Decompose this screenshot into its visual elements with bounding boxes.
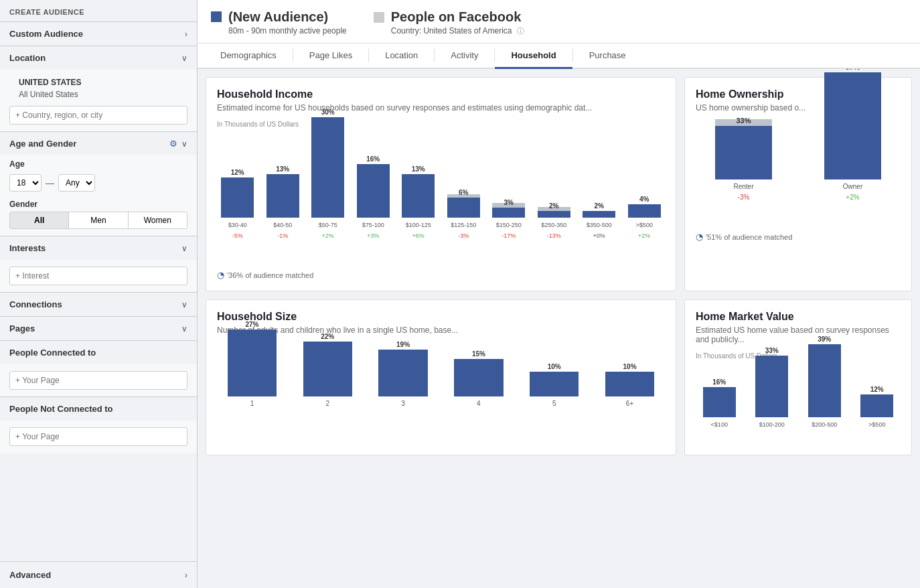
sidebar-title: CREATE AUDIENCE: [0, 0, 197, 21]
bar-diff-label: +3%: [353, 232, 394, 239]
bar-axis-label: $40-50: [262, 222, 304, 228]
gender-all-button[interactable]: All: [10, 212, 69, 228]
new-audience-name: (New Audience): [228, 9, 347, 25]
gender-women-button[interactable]: Women: [129, 212, 187, 228]
new-audience-sub: 80m - 90m monthly active people: [228, 26, 347, 35]
bar-pct-label: 3%: [488, 199, 530, 206]
size-pct-label: 19%: [368, 341, 439, 348]
sidebar-section-interests: Interests ∨: [0, 236, 197, 292]
household-size-card: Household Size Number of adults and chil…: [206, 299, 676, 455]
new-audience-icon: [211, 11, 222, 22]
chevron-down-icon3: ∨: [181, 244, 187, 253]
location-input[interactable]: [9, 106, 187, 125]
tab-activity[interactable]: Activity: [435, 44, 494, 69]
advanced-button[interactable]: Advanced ›: [0, 562, 197, 588]
size-pct-label: 10%: [595, 363, 665, 370]
size-bar: [228, 329, 277, 396]
age-gender-content: Age 182125 — Any2434 Gender All Men Wome…: [0, 155, 197, 236]
bar-pct-label: 16%: [353, 155, 394, 163]
bar-diff-label: -13%: [534, 232, 575, 239]
chevron-down-icon: ∨: [181, 54, 187, 63]
sidebar-section-pages: Pages ∨: [0, 316, 197, 340]
info-icon: ⓘ: [517, 27, 524, 35]
market-axis-label: $200-500: [801, 421, 848, 428]
home-ownership-chart: 33%Renter-3%67%Owner+2%: [696, 121, 901, 228]
bar-foreground: [492, 208, 525, 218]
tab-household[interactable]: Household: [495, 44, 572, 69]
ownership-diff-label: -3%: [696, 194, 791, 201]
age-to-select[interactable]: Any2434: [58, 174, 95, 192]
new-audience-block: (New Audience) 80m - 90m monthly active …: [211, 9, 347, 35]
market-axis-label: <$100: [696, 421, 743, 428]
sidebar-item-people-not-connected: People Not Connected to: [0, 397, 197, 421]
chevron-right-icon2: ›: [185, 571, 187, 580]
sidebar-item-people-connected: People Connected to: [0, 341, 197, 364]
bar-diff-label: +2%: [307, 232, 349, 239]
pie-icon2: ◔: [696, 232, 703, 242]
home-market-value-ylabel: In Thousands of US Dollars: [696, 352, 901, 360]
market-pct-label: 16%: [696, 378, 743, 386]
market-bar: [703, 387, 736, 417]
household-income-title: Household Income: [217, 88, 665, 100]
household-income-matched: ◔ '36% of audience matched: [217, 270, 665, 280]
bar-foreground: [447, 198, 480, 218]
ownership-bar-fg: [715, 126, 773, 179]
bar-foreground: [357, 164, 390, 218]
market-bar: [860, 394, 893, 417]
bar-axis-label: $50-75: [307, 222, 349, 228]
household-size-chart: 27%122%219%315%410%510%6+: [217, 343, 665, 423]
market-pct-label: 12%: [854, 386, 901, 393]
tab-bar: Demographics Page Likes Location Activit…: [198, 44, 920, 69]
interests-input[interactable]: [9, 267, 187, 285]
bar-pct-label: 13%: [398, 165, 439, 173]
gender-men-button[interactable]: Men: [69, 212, 128, 228]
bar-diff-label: +0%: [579, 232, 620, 239]
location-content: UNITED STATES All United States: [0, 70, 197, 131]
bar-diff-label: -17%: [488, 232, 530, 239]
tab-demographics[interactable]: Demographics: [204, 44, 293, 69]
size-axis-label: 4: [443, 400, 514, 407]
sidebar-section-people-not-connected: People Not Connected to: [0, 396, 197, 453]
bar-foreground: [266, 174, 299, 218]
size-pct-label: 27%: [217, 321, 287, 328]
bar-foreground: [583, 211, 615, 218]
people-not-connected-input[interactable]: [9, 427, 187, 446]
sidebar-item-location[interactable]: Location ∨: [0, 46, 197, 70]
sidebar-item-connections[interactable]: Connections ∨: [0, 293, 197, 316]
sidebar: CREATE AUDIENCE Custom Audience › Locati…: [0, 0, 198, 588]
bar-foreground: [311, 117, 344, 218]
sidebar-item-interests[interactable]: Interests ∨: [0, 236, 197, 260]
content-area: Household Income Estimated income for US…: [198, 69, 920, 588]
bar-axis-label: >$500: [624, 222, 666, 228]
size-bar: [378, 350, 427, 396]
household-income-card: Household Income Estimated income for US…: [206, 77, 676, 291]
size-axis-label: 5: [519, 400, 589, 407]
sidebar-advanced-section: Advanced ›: [0, 561, 197, 588]
tab-page-likes[interactable]: Page Likes: [293, 44, 368, 69]
ownership-diff-label: +2%: [805, 194, 901, 201]
ownership-axis-label: Renter: [696, 183, 791, 190]
tab-purchase[interactable]: Purchase: [573, 44, 642, 69]
bar-axis-label: $125-150: [443, 222, 485, 228]
bar-axis-label: $150-250: [488, 222, 530, 228]
sidebar-item-pages[interactable]: Pages ∨: [0, 317, 197, 340]
market-axis-label: >$500: [854, 421, 901, 428]
chevron-down-icon4: ∨: [181, 300, 187, 309]
market-axis-label: $100-200: [749, 421, 796, 428]
size-pct-label: 10%: [519, 363, 589, 370]
size-bar: [530, 372, 579, 396]
sidebar-item-age-gender[interactable]: Age and Gender ⚙ ∨: [0, 132, 197, 155]
home-market-value-subtitle: Estimated US home value based on survey …: [696, 325, 901, 344]
tab-location[interactable]: Location: [369, 44, 434, 69]
sidebar-item-custom-audience[interactable]: Custom Audience ›: [0, 22, 197, 46]
bar-diff-label: +6%: [398, 232, 439, 239]
bar-axis-label: $30-40: [217, 222, 258, 228]
people-connected-input[interactable]: [9, 371, 187, 390]
size-bar: [454, 359, 503, 396]
bar-pct-label: 13%: [262, 165, 304, 173]
bar-diff-label: -3%: [443, 232, 485, 239]
people-not-connected-content: [0, 421, 197, 453]
bar-axis-label: $250-350: [534, 222, 575, 228]
main-panel: (New Audience) 80m - 90m monthly active …: [198, 0, 920, 588]
age-from-select[interactable]: 182125: [9, 174, 42, 192]
